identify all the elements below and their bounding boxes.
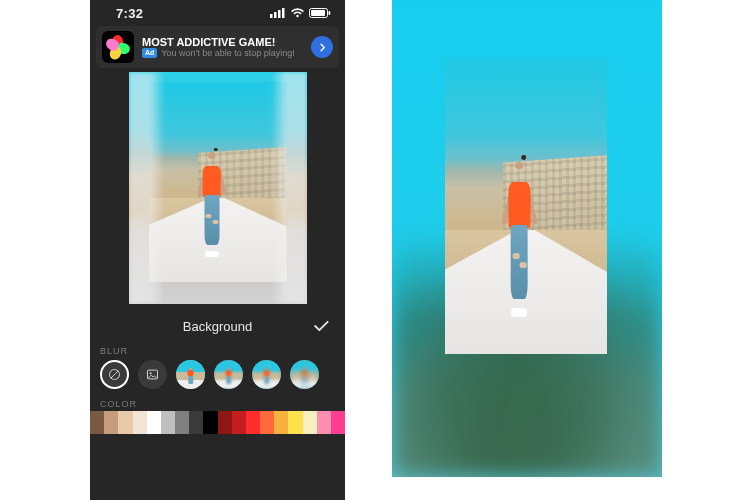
status-icons (270, 8, 331, 18)
ad-banner[interactable]: MOST ADDICTIVE GAME! Ad You won't be abl… (96, 26, 339, 68)
color-swatch[interactable] (147, 411, 161, 434)
ad-open-button[interactable] (311, 36, 333, 58)
status-bar: 7:32 (90, 0, 345, 26)
blur-preset-2[interactable] (214, 360, 243, 389)
svg-rect-2 (278, 10, 281, 18)
color-swatch-row (90, 411, 345, 434)
svg-rect-0 (270, 14, 273, 18)
ad-text: MOST ADDICTIVE GAME! Ad You won't be abl… (142, 36, 303, 59)
color-swatch[interactable] (133, 411, 147, 434)
confirm-button[interactable] (311, 316, 331, 336)
result-preview (392, 0, 662, 477)
blur-label: BLUR (90, 344, 345, 360)
ad-title: MOST ADDICTIVE GAME! (142, 36, 303, 49)
color-swatch[interactable] (90, 411, 104, 434)
svg-line-8 (111, 371, 119, 379)
ad-tag: Ad (142, 48, 157, 58)
foreground-photo[interactable] (149, 82, 287, 282)
wifi-icon (290, 8, 305, 18)
blur-preset-3[interactable] (252, 360, 281, 389)
ad-app-icon (102, 31, 134, 63)
signal-icon (270, 8, 286, 18)
color-swatch[interactable] (203, 411, 217, 434)
editor-canvas[interactable] (129, 72, 307, 304)
color-swatch[interactable] (274, 411, 288, 434)
color-swatch[interactable] (189, 411, 203, 434)
color-swatch[interactable] (104, 411, 118, 434)
color-swatch[interactable] (317, 411, 331, 434)
color-swatch[interactable] (218, 411, 232, 434)
color-swatch[interactable] (118, 411, 132, 434)
check-icon (311, 316, 331, 336)
blur-options-row (90, 360, 345, 397)
color-swatch[interactable] (288, 411, 302, 434)
color-swatch[interactable] (246, 411, 260, 434)
panel-title: Background (183, 319, 252, 334)
color-swatch[interactable] (331, 411, 345, 434)
ad-subtitle: You won't be able to stop playing! (161, 48, 294, 58)
result-photo (445, 58, 607, 354)
svg-point-10 (150, 372, 152, 374)
phone-editor-screen: 7:32 MOST ADDICTIVE GAME! Ad You won't b… (90, 0, 345, 500)
color-swatch[interactable] (260, 411, 274, 434)
battery-icon (309, 8, 331, 18)
none-icon (107, 367, 122, 382)
blur-none-button[interactable] (100, 360, 129, 389)
blur-preset-1[interactable] (176, 360, 205, 389)
blur-image-button[interactable] (138, 360, 167, 389)
chevron-right-icon (317, 42, 328, 53)
status-time: 7:32 (116, 6, 143, 21)
blur-preset-4[interactable] (290, 360, 319, 389)
color-swatch[interactable] (175, 411, 189, 434)
svg-rect-1 (274, 12, 277, 18)
svg-rect-5 (311, 10, 325, 16)
color-label: COLOR (90, 397, 345, 411)
panel-header: Background (90, 308, 345, 344)
image-icon (145, 367, 160, 382)
color-swatch[interactable] (303, 411, 317, 434)
svg-rect-6 (329, 11, 331, 15)
svg-rect-3 (282, 8, 285, 18)
color-swatch[interactable] (161, 411, 175, 434)
color-swatch[interactable] (232, 411, 246, 434)
